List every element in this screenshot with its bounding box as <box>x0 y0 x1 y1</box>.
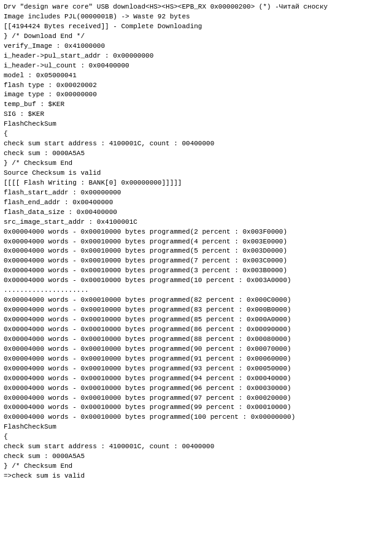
log-line: flash type : 0x00020002 <box>4 81 388 91</box>
log-line: 0x00004000 words - 0x00010000 bytes prog… <box>4 364 388 374</box>
log-line: 0x00004000 words - 0x00010000 bytes prog… <box>4 325 388 335</box>
log-line: Drv "design ware core" USB download<HS><… <box>4 2 388 12</box>
log-line: { <box>4 432 388 442</box>
log-line: } /* Checksum End <box>4 159 388 169</box>
log-line: 0x00004000 words - 0x00010000 bytes prog… <box>4 384 388 394</box>
log-line: flash_end_addr : 0x00400000 <box>4 198 388 208</box>
log-line: [[[[ Flash Writing : BANK[0] 0x00000000]… <box>4 178 388 188</box>
log-line: 0x00004000 words - 0x00010000 bytes prog… <box>4 266 388 276</box>
log-line: Image includes PJL(0000001B) -> Waste 92… <box>4 12 388 22</box>
log-line: Source Checksum is valid <box>4 169 388 178</box>
log-line: verify_Image : 0x41000000 <box>4 42 388 52</box>
log-line: [[4194424 Bytes received]] - Complete Do… <box>4 22 388 32</box>
log-line: check sum : 0000A5A5 <box>4 149 388 159</box>
log-line: temp_buf : $KER <box>4 100 388 110</box>
log-line: check sum start address : 4100001C, coun… <box>4 442 388 452</box>
log-line: 0x00004000 words - 0x00010000 bytes prog… <box>4 227 388 237</box>
log-line: 0x00004000 words - 0x00010000 bytes prog… <box>4 315 388 325</box>
log-line: ..................... <box>4 286 388 296</box>
log-line: flash_data_size : 0x00400000 <box>4 208 388 218</box>
log-line: 0x00004000 words - 0x00010000 bytes prog… <box>4 237 388 247</box>
log-line: 0x00004000 words - 0x00010000 bytes prog… <box>4 374 388 384</box>
log-line: i_header->ul_count : 0x00400000 <box>4 61 388 71</box>
log-line: check sum start address : 4100001C, coun… <box>4 139 388 149</box>
log-line: src_image_start_addr : 0x4100001C <box>4 218 388 227</box>
log-line: =>check sum is valid <box>4 472 388 481</box>
log-line: 0x00004000 words - 0x00010000 bytes prog… <box>4 276 388 286</box>
log-line: model : 0x05000041 <box>4 71 388 81</box>
log-line: 0x00004000 words - 0x00010000 bytes prog… <box>4 413 388 422</box>
log-line: FlashCheckSum <box>4 422 388 432</box>
log-line: check sum : 0000A5A5 <box>4 452 388 462</box>
log-line: } /* Download End */ <box>4 32 388 42</box>
log-line: 0x00004000 words - 0x00010000 bytes prog… <box>4 305 388 315</box>
log-output: Drv "design ware core" USB download<HS><… <box>4 2 388 481</box>
log-line: } /* Checksum End <box>4 462 388 472</box>
log-line: 0x00004000 words - 0x00010000 bytes prog… <box>4 256 388 266</box>
log-line: 0x00004000 words - 0x00010000 bytes prog… <box>4 394 388 403</box>
log-line: 0x00004000 words - 0x00010000 bytes prog… <box>4 354 388 364</box>
log-line: 0x00004000 words - 0x00010000 bytes prog… <box>4 403 388 413</box>
log-line: image type : 0x00000000 <box>4 90 388 100</box>
log-line: { <box>4 129 388 139</box>
log-line: flash_start_addr : 0x00000000 <box>4 188 388 198</box>
log-line: FlashCheckSum <box>4 120 388 129</box>
log-line: 0x00004000 words - 0x00010000 bytes prog… <box>4 335 388 345</box>
log-line: i_header->pul_start_addr : 0x00000000 <box>4 52 388 61</box>
log-line: 0x00004000 words - 0x00010000 bytes prog… <box>4 296 388 305</box>
log-line: 0x00004000 words - 0x00010000 bytes prog… <box>4 345 388 354</box>
log-line: 0x00004000 words - 0x00010000 bytes prog… <box>4 247 388 256</box>
log-line: SIG : $KER <box>4 110 388 120</box>
